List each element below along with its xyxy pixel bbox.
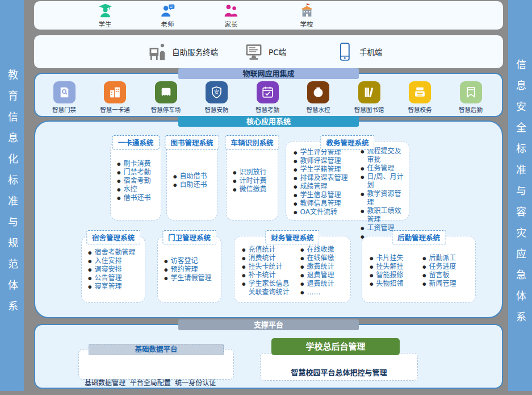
list-item: OA文件流转 xyxy=(294,208,354,217)
box-items: 充值统计消费统计挂失卡统计补卡统计学生家长信息关联查询统计 xyxy=(236,246,294,297)
terminal-item-pc: PC端 xyxy=(244,35,286,68)
core-section-title: 核心应用系统 xyxy=(178,116,359,127)
list-item: 计时计费 xyxy=(233,177,278,185)
left-sidebar-label: 教育信息化标准与规范体系 xyxy=(5,69,19,322)
smart-campus-architecture-diagram: 教育信息化标准与规范体系 信息安全标准与容灾应急体系 学生 老师 xyxy=(0,0,532,395)
box-items: 刷卡消费门禁考勤宿舍考勤水控借书还书 xyxy=(111,142,161,220)
box-library-system: 图书管理系统 自助借书自助还书 xyxy=(166,141,217,221)
user-item-parent: 家长 xyxy=(213,3,249,28)
box-title: 宿舍管理系统 xyxy=(86,230,140,244)
box-items: 流程提交及审批任务管理日/周、月计划教学资源管理教职工绩效管理工资管理…… xyxy=(354,147,408,241)
iot-tile-library: 智慧图书馆 xyxy=(350,81,388,114)
printer-icon xyxy=(409,81,431,103)
box-items: 在线收缴在线催缴缴费统计退费管理退费统计…… xyxy=(294,246,349,297)
tile-label: 智慧图书馆 xyxy=(354,105,384,114)
list-item: 教学资源管理 xyxy=(361,190,408,207)
user-label: 学生 xyxy=(99,19,112,28)
user-item-student: 学生 xyxy=(87,3,123,28)
list-item: 在线收缴 xyxy=(300,246,349,254)
iot-tile-card: 智慧一卡通 xyxy=(97,81,134,114)
iot-section-title: 物联网应用集成 xyxy=(178,68,359,79)
list-item: 卡片挂失 xyxy=(370,254,416,263)
library-icon xyxy=(358,81,380,103)
terminals-row: 自助服务终端 PC端 手机端 xyxy=(34,35,503,68)
box-title: 车辆识别系统 xyxy=(225,135,279,149)
list-item: 补卡统计 xyxy=(242,271,294,280)
box-title: 门卫管理系统 xyxy=(162,230,216,244)
list-item: 学生家长信息关联查询统计 xyxy=(242,280,294,297)
box-title: 财务管理系统 xyxy=(265,230,319,244)
iot-tile-access: 智慧门禁 xyxy=(45,81,83,114)
access-icon xyxy=(53,81,76,103)
water-icon xyxy=(307,81,329,103)
svg-text:安: 安 xyxy=(214,89,219,95)
list-item: 后勤派工 xyxy=(422,254,474,263)
list-item: 教师信息管理 xyxy=(294,199,354,208)
user-label: 老师 xyxy=(161,19,174,28)
list-item: 挂失卡统计 xyxy=(242,263,294,271)
list-item: 寝室管理 xyxy=(88,282,145,291)
tile-label: 智慧校务 xyxy=(408,105,432,114)
list-item: 自助还书 xyxy=(173,181,217,189)
terminal-label: 自助服务终端 xyxy=(172,46,218,57)
box-gate-system: 门卫管理系统 访客登记预约管理学生请假管理 xyxy=(157,236,221,303)
school-backend-box: 智慧校园平台总体把控与管理 xyxy=(260,353,418,381)
box-dorm-system: 宿舍管理系统 宿舍考勤管理入住安排调寝安排公告管理寝室管理 xyxy=(81,236,145,303)
box-items: 后勤派工任务进度留言板新闻管理 xyxy=(416,254,474,288)
support-section-title: 支撑平台 xyxy=(178,319,359,330)
list-item: 预约管理 xyxy=(164,265,221,274)
list-item: 入住安排 xyxy=(88,257,145,265)
list-item: 教师评课管理 xyxy=(294,157,354,165)
box-finance-system: 财务管理系统 充值统计消费统计挂失卡统计补卡统计学生家长信息关联查询统计 在线收… xyxy=(234,236,351,303)
box-title: 后勤管理系统 xyxy=(392,230,446,244)
list-item: 排课及课表管理 xyxy=(294,174,354,182)
basic-line: 基础数据管理 平台全局配置 统一身份认证 xyxy=(85,379,231,388)
box-title: 教务管理系统 xyxy=(320,135,374,149)
left-sidebar: 教育信息化标准与规范体系 xyxy=(0,0,24,391)
phone-icon xyxy=(335,42,354,61)
user-item-school: 学校 xyxy=(288,3,325,28)
school-backend-title: 学校总后台管理 xyxy=(271,338,400,355)
list-item: 学生信息管理 xyxy=(294,191,354,199)
iot-section: 物联网应用集成 智慧门禁 智慧一卡通 xyxy=(34,73,503,117)
list-item: 新闻管理 xyxy=(422,280,474,288)
teacher-icon xyxy=(160,3,175,18)
box-academic-system: 教务管理系统 学生评分管理教师评课管理学生学籍管理排课及课表管理成绩管理学生信息… xyxy=(286,141,409,221)
iot-tile-parking: 智慧停车场 xyxy=(147,81,185,114)
tile-label: 智慧后勤 xyxy=(459,105,483,114)
box-title: 图书管理系统 xyxy=(165,135,219,149)
student-icon xyxy=(98,3,113,18)
flag-icon xyxy=(460,81,482,103)
list-item: 学生学籍管理 xyxy=(294,165,354,174)
basic-data-platform-lines: 基础数据管理 平台全局配置 统一身份认证 用户账户与权限管理 单点登录 xyxy=(79,350,233,395)
right-sidebar: 信息安全标准与容灾应急体系 xyxy=(508,0,532,391)
list-item: 退费管理 xyxy=(300,271,349,280)
tile-label: 智慧一卡通 xyxy=(100,105,130,114)
box-columns: 卡片挂失挂失解挂智能报修失物招领 后勤派工任务进度留言板新闻管理 xyxy=(362,236,475,302)
tile-label: 智慧门禁 xyxy=(52,105,76,114)
box-title: 一卡通系统 xyxy=(112,135,160,149)
list-item: 借书还书 xyxy=(117,194,161,202)
list-item: 挂失解挂 xyxy=(370,263,416,271)
box-onecard-system: 一卡通系统 刷卡消费门禁考勤宿舍考勤水控借书还书 xyxy=(110,141,161,221)
list-item: 教职工绩效管理 xyxy=(361,207,408,224)
box-vehicle-system: 车辆识别系统 识别放行计时计费微信缴费 xyxy=(226,141,278,221)
iot-tile-affairs: 智慧校务 xyxy=(401,81,439,114)
list-item: 公告管理 xyxy=(88,274,145,282)
core-section: 核心应用系统 一卡通系统 刷卡消费门禁考勤宿舍考勤水控借书还书 图书管理系统 自… xyxy=(34,120,503,318)
parents-icon xyxy=(224,3,239,18)
box-items: 宿舍考勤管理入住安排调寝安排公告管理寝室管理 xyxy=(82,236,145,302)
list-item: 自助借书 xyxy=(173,172,217,181)
basic-data-platform-title: 基础数据平台 xyxy=(89,344,224,355)
card-icon xyxy=(104,81,126,103)
user-label: 学校 xyxy=(300,19,313,28)
tile-label: 智慧水控 xyxy=(307,105,330,114)
list-item: 学生请假管理 xyxy=(164,274,221,282)
box-items: 学生评分管理教师评课管理学生学籍管理排课及课表管理成绩管理学生信息管理教师信息管… xyxy=(287,148,354,217)
list-item: 任务管理 xyxy=(361,164,408,173)
list-item: 日/周、月计划 xyxy=(361,173,408,190)
list-item: 宿舍考勤 xyxy=(117,177,161,185)
list-item: 退费统计 xyxy=(300,280,349,288)
list-item: 访客登记 xyxy=(164,257,221,265)
iot-tiles: 智慧门禁 智慧一卡通 智慧停车场 xyxy=(35,74,502,114)
